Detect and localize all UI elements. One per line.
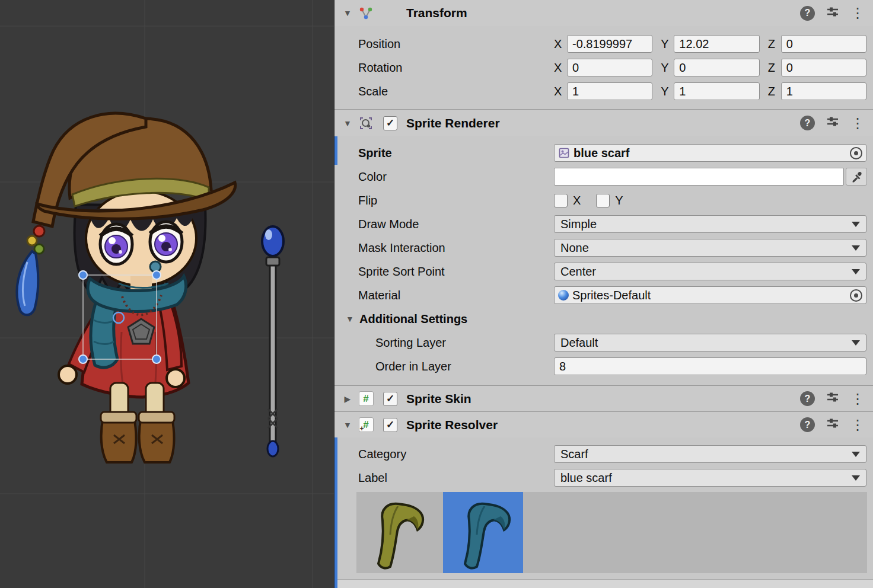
- axis-x-label: X: [554, 85, 563, 98]
- scene-canvas: [0, 0, 334, 588]
- flip-y-checkbox[interactable]: [596, 194, 610, 207]
- material-label: Material: [358, 289, 554, 302]
- staff-sprite: [262, 226, 283, 456]
- more-menu-icon[interactable]: ⋮: [850, 116, 865, 130]
- character-sprite: [17, 113, 235, 462]
- presets-icon[interactable]: [825, 416, 840, 434]
- sprite-resolver-header[interactable]: ▼ #+ ✓ Sprite Resolver ? ⋮: [334, 411, 873, 437]
- rotation-z-field[interactable]: 0: [781, 59, 866, 76]
- component-enabled-checkbox[interactable]: ✓: [383, 116, 397, 130]
- mask-interaction-label: Mask Interaction: [358, 241, 554, 255]
- inspector-bottom-strip: [334, 579, 873, 588]
- additional-settings-title: Additional Settings: [359, 312, 467, 326]
- axis-z-label: Z: [768, 85, 778, 98]
- script-plus-icon: #+: [358, 417, 374, 433]
- sprite-sort-point-dropdown[interactable]: Center: [554, 263, 866, 280]
- presets-icon[interactable]: [825, 114, 840, 132]
- flip-x-label: X: [573, 194, 581, 207]
- presets-icon[interactable]: [825, 389, 840, 408]
- scale-row: Scale X 1 Y 1 Z 1: [334, 79, 873, 103]
- chevron-down-icon: [852, 269, 860, 274]
- category-value: Scarf: [560, 448, 588, 461]
- sprite-renderer-body: Sprite blue scarf Color: [334, 136, 873, 385]
- component-enabled-checkbox[interactable]: ✓: [383, 418, 397, 432]
- rotation-label: Rotation: [358, 61, 554, 75]
- chevron-down-icon: [852, 245, 860, 251]
- override-bar-resolver: [334, 437, 337, 588]
- scale-y-field[interactable]: 1: [674, 82, 759, 100]
- axis-z-label: Z: [768, 61, 778, 75]
- unity-editor: ▼ Transform ? ⋮ Position: [0, 0, 873, 588]
- sprite-thumb-icon: [558, 147, 570, 159]
- more-menu-icon[interactable]: ⋮: [850, 392, 865, 406]
- more-menu-icon[interactable]: ⋮: [850, 418, 865, 432]
- color-row: Color: [334, 165, 873, 188]
- mask-interaction-dropdown[interactable]: None: [554, 239, 866, 257]
- color-label: Color: [358, 170, 554, 184]
- component-enabled-checkbox[interactable]: ✓: [383, 392, 397, 406]
- sprite-object-field[interactable]: blue scarf: [554, 144, 866, 162]
- order-in-layer-field[interactable]: 8: [554, 357, 866, 375]
- sprite-row: Sprite blue scarf: [334, 141, 873, 165]
- material-row: Material Sprites-Default: [334, 283, 873, 307]
- position-x-field[interactable]: -0.8199997: [567, 35, 652, 53]
- transform-header[interactable]: ▼ Transform ? ⋮: [334, 0, 873, 26]
- label-dropdown[interactable]: blue scarf: [554, 469, 866, 487]
- foldout-open-icon[interactable]: ▼: [342, 8, 353, 18]
- sprite-resolver-body: Category Scarf Label blue scarf: [334, 437, 873, 588]
- foldout-closed-icon[interactable]: ▶: [342, 394, 353, 404]
- more-menu-icon[interactable]: ⋮: [850, 6, 865, 20]
- material-sphere-icon: [558, 290, 569, 301]
- foldout-open-icon[interactable]: ▼: [344, 314, 356, 324]
- override-bar-sprite: [334, 136, 337, 165]
- axis-x-label: X: [554, 37, 563, 51]
- sprite-object-name: blue scarf: [573, 146, 629, 160]
- scale-z-field[interactable]: 1: [781, 82, 866, 100]
- help-icon[interactable]: ?: [800, 417, 815, 432]
- right-eye: [150, 222, 182, 262]
- thumbnail-blue-scarf-selected[interactable]: [443, 492, 523, 573]
- category-row: Category Scarf: [334, 442, 873, 466]
- foldout-open-icon[interactable]: ▼: [342, 420, 353, 430]
- help-icon[interactable]: ?: [800, 6, 815, 21]
- additional-settings-row[interactable]: ▼ Additional Settings: [334, 307, 873, 331]
- help-icon[interactable]: ?: [800, 391, 815, 406]
- draw-mode-label: Draw Mode: [358, 218, 554, 231]
- sprite-label: Sprite: [358, 146, 554, 160]
- label-row: Label blue scarf: [334, 466, 873, 490]
- sprite-renderer-header[interactable]: ▼ ✓ Sprite Renderer ? ⋮: [334, 109, 873, 136]
- axis-x-label: X: [554, 61, 563, 75]
- scale-x-field[interactable]: 1: [567, 82, 652, 100]
- rotation-y-field[interactable]: 0: [674, 59, 759, 76]
- mask-interaction-value: None: [560, 241, 589, 255]
- rotation-x-field[interactable]: 0: [567, 59, 652, 76]
- sorting-layer-label: Sorting Layer: [358, 336, 554, 350]
- position-z-field[interactable]: 0: [781, 35, 866, 53]
- label-label: Label: [358, 471, 554, 485]
- scene-view[interactable]: [0, 0, 334, 588]
- color-swatch[interactable]: [554, 168, 844, 186]
- category-label: Category: [358, 448, 554, 461]
- draw-mode-dropdown[interactable]: Simple: [554, 215, 866, 233]
- chevron-down-icon: [852, 475, 860, 481]
- sorting-layer-value: Default: [560, 336, 598, 350]
- thumbnail-green-scarf[interactable]: [356, 492, 436, 573]
- component-title: Sprite Skin: [406, 392, 471, 406]
- object-picker-icon[interactable]: [850, 147, 862, 159]
- material-object-field[interactable]: Sprites-Default: [554, 286, 866, 304]
- help-icon[interactable]: ?: [800, 116, 815, 130]
- category-dropdown[interactable]: Scarf: [554, 445, 866, 463]
- foldout-open-icon[interactable]: ▼: [342, 119, 353, 128]
- presets-icon[interactable]: [825, 4, 840, 23]
- sorting-layer-dropdown[interactable]: Default: [554, 334, 866, 351]
- sprite-skin-header[interactable]: ▶ # ✓ Sprite Skin ? ⋮: [334, 385, 873, 411]
- position-y-field[interactable]: 12.02: [674, 35, 759, 53]
- eyedropper-icon[interactable]: [846, 168, 867, 186]
- axis-y-label: Y: [661, 61, 670, 75]
- sprite-sort-point-value: Center: [560, 265, 596, 279]
- flip-row: Flip X Y: [334, 188, 873, 212]
- order-in-layer-label: Order in Layer: [358, 360, 554, 373]
- object-picker-icon[interactable]: [850, 289, 862, 302]
- flip-x-checkbox[interactable]: [554, 194, 568, 207]
- component-title: Transform: [406, 6, 467, 20]
